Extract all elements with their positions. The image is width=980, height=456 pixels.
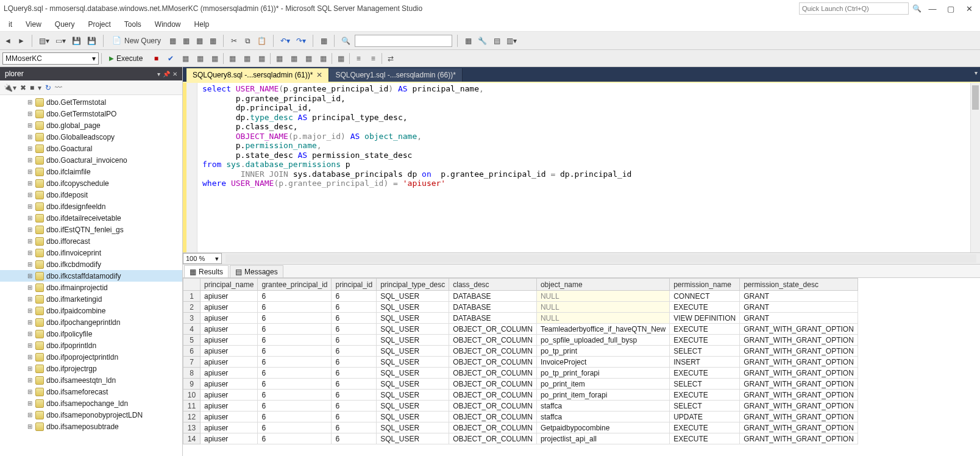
expand-icon[interactable]: ⊞ (27, 284, 33, 291)
expand-icon[interactable]: ⊞ (27, 400, 33, 407)
table-row[interactable]: 3apiuser66SQL_USERDATABASENULLVIEW DEFIN… (183, 313, 858, 324)
refresh-icon[interactable]: ↻ (45, 84, 51, 92)
row-number[interactable]: 6 (183, 346, 201, 357)
cell[interactable]: EXECUTE (670, 390, 740, 401)
cell[interactable]: po_spfile_uploaded_full_bysp (536, 335, 669, 346)
menu-window[interactable]: Window (149, 18, 187, 30)
tree-node[interactable]: ⊞dbo.ifdetailreceivetable (0, 212, 182, 224)
cell[interactable]: apiuser (201, 324, 258, 335)
expand-icon[interactable]: ⊞ (27, 99, 33, 105)
table-row[interactable]: 8apiuser66SQL_USEROBJECT_OR_COLUMNpo_tp_… (183, 368, 858, 379)
cell[interactable]: po_tp_print (536, 346, 669, 357)
cell[interactable]: SQL_USER (377, 324, 449, 335)
expand-icon[interactable]: ⊞ (27, 191, 33, 198)
cell[interactable]: INSERT (670, 357, 740, 368)
window-icon[interactable]: ▤ (491, 34, 502, 48)
cell[interactable]: GRANT_WITH_GRANT_OPTION (740, 335, 858, 346)
menu-query[interactable]: Query (49, 18, 81, 30)
cell[interactable]: EXECUTE (670, 324, 740, 335)
cell[interactable]: SQL_USER (377, 390, 449, 401)
cell[interactable]: 6 (332, 401, 377, 411)
de-query-icon[interactable]: ▦ (167, 34, 178, 48)
tree-node[interactable]: ⊞dbo.ifsamepochange_ldn (0, 397, 182, 409)
tree-node[interactable]: ⊞dbo.ifmarketingid (0, 293, 182, 305)
cell[interactable]: apiuser (201, 368, 258, 379)
cell[interactable]: SQL_USER (377, 313, 449, 324)
filter-icon[interactable]: ▾ (38, 84, 41, 92)
tree-node[interactable]: ⊞dbo.global_page (0, 119, 182, 131)
cell[interactable]: apiuser (201, 433, 258, 444)
results-file-icon[interactable]: ▦ (255, 52, 268, 65)
zoom-combo[interactable]: 100 %▾ (183, 253, 222, 264)
tree-node[interactable]: ⊞dbo.ifkcbdmodify (0, 258, 182, 270)
cell[interactable]: 6 (332, 335, 377, 346)
menu-project[interactable]: Project (82, 18, 116, 30)
row-number[interactable]: 10 (183, 390, 201, 401)
cell[interactable]: 6 (258, 379, 332, 390)
cell[interactable]: apiuser (201, 346, 258, 357)
row-number[interactable]: 8 (183, 368, 201, 379)
table-row[interactable]: 12apiuser66SQL_USEROBJECT_OR_COLUMNstaff… (183, 411, 858, 422)
cell[interactable]: DATABASE (449, 302, 537, 313)
solution-icon[interactable]: ▦ (318, 34, 329, 48)
outdent-icon[interactable]: ▦ (317, 52, 329, 65)
row-number[interactable]: 13 (183, 422, 201, 433)
table-row[interactable]: 5apiuser66SQL_USEROBJECT_OR_COLUMNpo_spf… (183, 335, 858, 346)
cell[interactable]: SQL_USER (377, 411, 449, 422)
nav-back-icon[interactable]: ◄ (2, 34, 13, 48)
cell[interactable]: 6 (332, 422, 377, 433)
results-grid-icon[interactable]: ▦ (241, 52, 253, 65)
cell[interactable]: EXECUTE (670, 368, 740, 379)
database-combo[interactable]: MMoserKC▾ (2, 52, 99, 65)
cell[interactable]: 6 (258, 401, 332, 411)
cell[interactable]: 6 (332, 357, 377, 368)
tree-node[interactable]: ⊞dbo.ifsameposubtrade (0, 421, 182, 432)
column-header[interactable]: principal_name (201, 279, 258, 291)
cell[interactable]: 6 (258, 357, 332, 368)
cell[interactable]: GRANT_WITH_GRANT_OPTION (740, 390, 858, 401)
cell[interactable]: 6 (258, 313, 332, 324)
tree-node[interactable]: ⊞dbo.ifdesignfeeldn (0, 201, 182, 212)
explorer-tree[interactable]: ⊞dbo.GetTermstotal⊞dbo.GetTermstotalPO⊞d… (0, 95, 182, 456)
expand-icon[interactable]: ⊞ (27, 319, 33, 326)
indent-less-icon[interactable]: ≡ (352, 52, 364, 65)
cell[interactable]: 6 (258, 411, 332, 422)
tree-node[interactable]: ⊞dbo.ifpoprojectprintldn (0, 351, 182, 363)
cell[interactable]: projectlist_api_all (536, 433, 669, 444)
specify-icon[interactable]: ▦ (335, 52, 347, 65)
cell[interactable]: 6 (332, 346, 377, 357)
comment-icon[interactable]: ▦ (273, 52, 285, 65)
cell[interactable]: UPDATE (670, 411, 740, 422)
cell[interactable]: EXECUTE (670, 422, 740, 433)
expand-icon[interactable]: ⊞ (27, 238, 33, 244)
expand-icon[interactable]: ⊞ (27, 296, 33, 302)
tree-node[interactable]: ⊞dbo.Goactural (0, 143, 182, 154)
cell[interactable]: OBJECT_OR_COLUMN (449, 390, 537, 401)
parse-icon[interactable]: ✔ (165, 52, 177, 65)
expand-icon[interactable]: ⊞ (27, 122, 33, 129)
editor-text[interactable]: select USER_NAME(p.grantee_principal_id)… (197, 83, 970, 252)
new-query-button[interactable]: 📄New Query (108, 34, 165, 48)
toggle-icon[interactable]: ⇄ (385, 52, 397, 65)
cell[interactable]: CONNECT (670, 291, 740, 302)
cell[interactable]: GRANT (740, 313, 858, 324)
cell[interactable]: 6 (258, 346, 332, 357)
tools-icon[interactable]: 🔧 (476, 34, 489, 48)
cell[interactable]: SQL_USER (377, 368, 449, 379)
cell[interactable]: SQL_USER (377, 346, 449, 357)
expand-icon[interactable]: ⊞ (27, 180, 33, 187)
find-icon[interactable]: 🔍 (339, 34, 352, 48)
cell[interactable]: DATABASE (449, 313, 537, 324)
options-icon[interactable]: ▦ (194, 52, 206, 65)
pulse-icon[interactable]: 〰 (55, 84, 62, 92)
open-icon[interactable]: ▭▾ (54, 34, 68, 48)
expand-icon[interactable]: ⊞ (27, 261, 33, 268)
cell[interactable]: SQL_USER (377, 302, 449, 313)
undo-icon[interactable]: ↶▾ (279, 34, 292, 48)
cell[interactable]: GRANT_WITH_GRANT_OPTION (740, 379, 858, 390)
expand-icon[interactable]: ⊞ (27, 411, 33, 418)
cell[interactable]: 6 (332, 368, 377, 379)
column-header[interactable]: principal_type_desc (377, 279, 449, 291)
results-grid[interactable]: principal_namegrantee_principal_idprinci… (183, 278, 980, 456)
cell[interactable]: 6 (332, 379, 377, 390)
